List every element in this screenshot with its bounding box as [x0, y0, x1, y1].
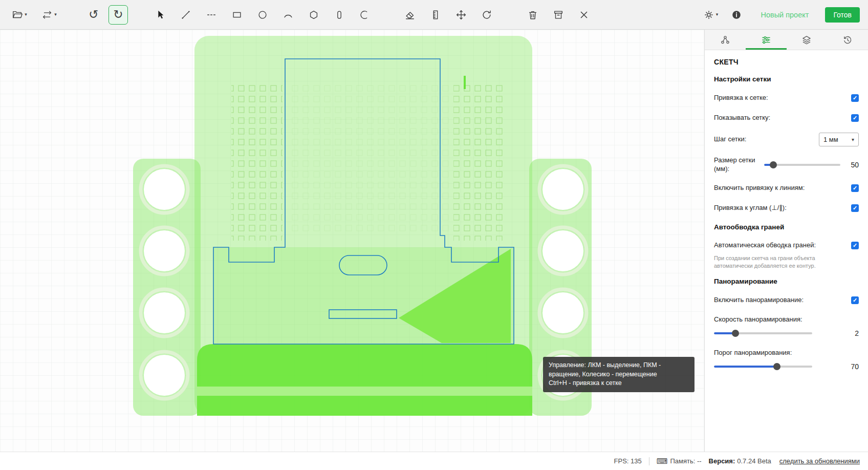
polygon-tool-button[interactable] [304, 5, 323, 25]
version-value: 0.7.24 Beta [737, 457, 771, 465]
slider-thumb[interactable] [732, 330, 739, 337]
redo-button[interactable]: ↻ [108, 5, 128, 25]
structure-icon [720, 35, 730, 45]
grid-size-row: Размер сетки (мм): 50 [714, 156, 859, 174]
auto-outline-label: Автоматическая обводка граней: [714, 241, 816, 250]
edge-marker [464, 76, 466, 89]
slider-thumb[interactable] [770, 161, 777, 168]
grid-settings-heading: Настройки сетки [714, 75, 859, 83]
show-grid-row: Показывать сетку: ✓ [714, 113, 859, 123]
auto-outline-checkbox[interactable]: ✓ [851, 242, 859, 249]
panning-threshold-slider[interactable] [714, 363, 812, 370]
eraser-icon [404, 9, 416, 20]
import-export-button[interactable]: ▾ [37, 5, 61, 25]
redo-icon: ↻ [113, 9, 123, 20]
project-name[interactable]: Новый проект [761, 11, 809, 19]
tab-structure[interactable] [705, 30, 746, 50]
version-info: Версия:0.7.24 Beta [709, 457, 771, 465]
grid-size-slider[interactable] [764, 161, 840, 168]
move-tool-button[interactable] [451, 5, 471, 25]
close-icon [578, 9, 590, 20]
updates-link[interactable]: следить за обновлениями [779, 457, 860, 465]
slider-fill [714, 366, 777, 368]
trash-icon [527, 9, 538, 20]
arc-tool-button[interactable] [278, 5, 298, 25]
delete-group [523, 5, 594, 25]
memory-value: Память: -- [670, 457, 701, 465]
stud-pattern-right [453, 81, 505, 241]
panning-speed-value: 2 [845, 329, 859, 337]
slider-thumb[interactable] [773, 363, 780, 370]
enable-panning-checkbox[interactable]: ✓ [851, 296, 859, 304]
slider-track [714, 332, 812, 334]
modify-tools-group [400, 5, 496, 25]
eraser-tool-button[interactable] [400, 5, 420, 25]
undo-button[interactable]: ↺ [84, 5, 103, 25]
snap-to-grid-checkbox[interactable]: ✓ [851, 94, 859, 102]
tab-layers[interactable] [787, 30, 828, 50]
panel-title: СКЕТЧ [714, 58, 859, 66]
slider-track [714, 366, 812, 368]
folder-open-icon [12, 9, 23, 20]
rectangle-tool-button[interactable] [227, 5, 247, 25]
rectangle-icon [231, 9, 243, 20]
circle-tool-button[interactable] [253, 5, 272, 25]
panning-speed-row: 2 [714, 328, 859, 338]
panning-heading: Панорамирование [714, 277, 859, 285]
close-button[interactable] [574, 5, 594, 25]
slot-tool-button[interactable] [330, 5, 349, 25]
tab-history[interactable] [827, 30, 868, 50]
archive-button[interactable] [549, 5, 568, 25]
tooltip-line: Ctrl+H - привязка к сетке [549, 379, 689, 388]
line-tool-button[interactable] [176, 5, 196, 25]
mounting-hole[interactable] [144, 355, 185, 396]
info-button[interactable] [727, 5, 746, 25]
auto-outline-heading: Автообводка граней [714, 223, 859, 231]
mounting-hole[interactable] [542, 169, 583, 210]
ruler-icon [430, 9, 441, 20]
file-group: ▾ ▾ [7, 5, 61, 25]
grid-step-select[interactable]: 1 мм ▾ [819, 133, 859, 146]
grid-step-value: 1 мм [823, 136, 838, 143]
ready-button[interactable]: Готов [825, 7, 860, 23]
panning-threshold-row: 70 [714, 361, 859, 372]
measure-tool-button[interactable] [426, 5, 445, 25]
snap-lines-checkbox[interactable]: ✓ [851, 184, 859, 192]
caret-down-icon: ▾ [25, 12, 27, 17]
dashed-line-tool-button[interactable] [202, 5, 221, 25]
open-arc-tool-button[interactable] [355, 5, 375, 25]
snap-angles-checkbox[interactable]: ✓ [851, 204, 859, 212]
mounting-hole[interactable] [144, 230, 185, 271]
model-bottom-block[interactable] [197, 344, 532, 416]
grid-step-label: Шаг сетки: [714, 135, 746, 144]
delete-button[interactable] [523, 5, 542, 25]
settings-button[interactable]: ▾ [698, 5, 723, 25]
mounting-hole[interactable] [144, 292, 185, 333]
sketch-editor-app: ▾ ▾ ↺ ↻ [0, 0, 868, 470]
show-grid-label: Показывать сетку: [714, 114, 770, 122]
refresh-tool-button[interactable] [477, 5, 496, 25]
snap-lines-label: Включить привязку к линиям: [714, 184, 805, 193]
stud-pattern-left [231, 81, 283, 241]
snap-to-grid-row: Привязка к сетке: ✓ [714, 93, 859, 103]
check-icon: ✓ [853, 297, 857, 303]
mounting-hole[interactable] [542, 292, 583, 333]
check-icon: ✓ [853, 243, 857, 248]
panning-threshold-value: 70 [845, 362, 859, 371]
tab-settings[interactable] [746, 30, 787, 50]
circle-icon [257, 9, 268, 20]
undo-icon: ↺ [89, 9, 98, 20]
hint-tooltip: Управление: ЛКМ - выделение, ПКМ - враще… [543, 357, 695, 392]
show-grid-checkbox[interactable]: ✓ [851, 114, 859, 122]
open-project-button[interactable]: ▾ [7, 5, 32, 25]
check-icon: ✓ [853, 115, 857, 121]
auto-outline-row: Автоматическая обводка граней: ✓ [714, 241, 859, 251]
mounting-hole[interactable] [542, 230, 583, 271]
mounting-hole[interactable] [144, 169, 185, 210]
tooltip-line: Управление: ЛКМ - выделение, ПКМ - [549, 361, 689, 370]
status-bar: FPS: 135 ⌨ Память: -- Версия:0.7.24 Beta… [0, 452, 868, 470]
canvas[interactable]: Управление: ЛКМ - выделение, ПКМ - враще… [0, 30, 704, 452]
select-tool-button[interactable] [150, 5, 170, 25]
enable-panning-label: Включить панорамирование: [714, 296, 804, 305]
panning-speed-slider[interactable] [714, 330, 812, 337]
